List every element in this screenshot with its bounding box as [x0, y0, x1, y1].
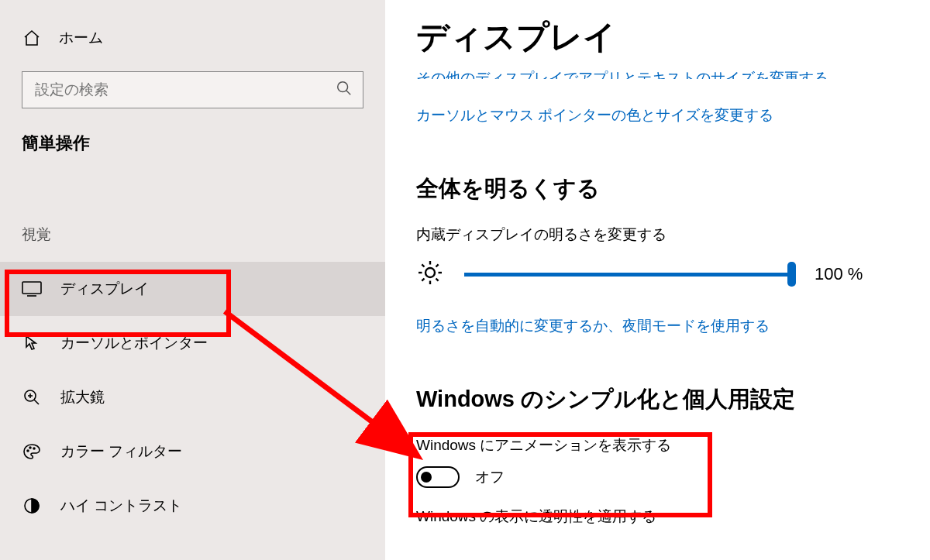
animation-toggle-label: Windows にアニメーションを表示する [416, 435, 899, 455]
svg-line-1 [346, 91, 351, 95]
sidebar-section-visual: 視覚 [0, 225, 385, 262]
svg-point-8 [27, 450, 29, 452]
cursor-icon [22, 334, 42, 352]
sidebar-item-label: ハイ コントラスト [60, 496, 182, 516]
svg-line-5 [34, 400, 39, 404]
sidebar-item-label: 拡大鏡 [60, 387, 105, 407]
sidebar-item-label: カラー フィルター [60, 441, 182, 462]
sidebar-item-magnifier[interactable]: 拡大鏡 [0, 370, 385, 424]
sidebar-item-display[interactable]: ディスプレイ [0, 262, 385, 316]
sidebar-item-cursor[interactable]: カーソルとポインター [0, 316, 385, 370]
svg-line-20 [436, 264, 439, 266]
home-icon [22, 29, 42, 47]
link-cursor-size[interactable]: カーソルとマウス ポインターの色とサイズを変更する [416, 105, 899, 125]
brightness-label: 内蔵ディスプレイの明るさを変更する [416, 225, 899, 245]
brightness-slider-row: 100 % [416, 259, 899, 290]
search-container [22, 71, 363, 108]
page-title: ディスプレイ [416, 15, 899, 59]
toggle-knob [421, 472, 432, 483]
svg-line-18 [436, 279, 439, 281]
animation-toggle[interactable] [416, 466, 460, 488]
transparency-label: Windows の表示に透明性を適用する [416, 507, 899, 527]
category-title: 簡単操作 [0, 132, 385, 155]
sidebar: ホーム 簡単操作 視覚 ディスプレイ [0, 0, 385, 560]
svg-point-9 [29, 447, 31, 448]
link-other-display-textsize[interactable]: その他のディスプレイでアプリとテキストのサイズを変更する [416, 68, 899, 79]
monitor-icon [22, 280, 42, 297]
brightness-slider[interactable] [464, 273, 791, 277]
section-heading-brightness: 全体を明るくする [416, 173, 899, 204]
brightness-icon [416, 259, 444, 290]
main-content: ディスプレイ その他のディスプレイでアプリとテキストのサイズを変更する カーソル… [385, 0, 930, 560]
slider-thumb[interactable] [787, 262, 796, 287]
animation-toggle-row: オフ [416, 466, 899, 488]
nav-home-label: ホーム [59, 28, 103, 48]
svg-point-12 [425, 268, 435, 277]
sidebar-item-label: カーソルとポインター [60, 333, 208, 353]
svg-line-19 [422, 279, 424, 281]
sidebar-item-label: ディスプレイ [60, 279, 149, 299]
contrast-icon [22, 496, 42, 515]
nav-home[interactable]: ホーム [0, 28, 385, 71]
search-input[interactable] [22, 71, 363, 108]
sidebar-item-high-contrast[interactable]: ハイ コントラスト [0, 479, 385, 533]
svg-rect-2 [22, 282, 41, 294]
svg-point-10 [33, 448, 35, 449]
palette-icon [22, 442, 42, 461]
sidebar-item-color-filter[interactable]: カラー フィルター [0, 424, 385, 479]
brightness-value: 100 % [815, 264, 863, 284]
search-icon [336, 80, 353, 100]
svg-point-0 [338, 82, 348, 92]
link-brightness-auto[interactable]: 明るさを自動的に変更するか、夜間モードを使用する [416, 316, 899, 336]
svg-line-17 [422, 264, 424, 266]
magnifier-icon [22, 388, 42, 407]
animation-toggle-state: オフ [475, 467, 505, 487]
section-heading-simplify: Windows のシンプル化と個人用設定 [416, 384, 899, 415]
